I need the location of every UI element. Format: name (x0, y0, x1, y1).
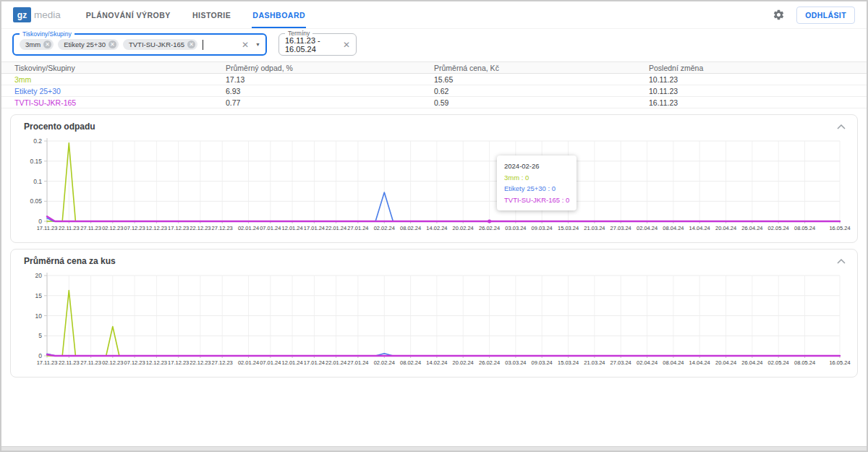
x-tick-label: 22.01.24 (326, 359, 346, 366)
x-tick-label: 02.05.24 (768, 359, 789, 366)
x-tick-label: 16.05.24 (829, 225, 850, 231)
waste-line-chart[interactable]: 00.050.10.150.217.11.2322.11.2327.11.230… (15, 134, 851, 241)
chip-label: 3mm (25, 40, 41, 48)
chip-label: Etikety 25+30 (64, 40, 106, 48)
chip-tvti-su-jkr-165[interactable]: TVTI-SU-JKR-165✕ (123, 39, 197, 50)
x-tick-label: 02.01.24 (238, 225, 259, 231)
dropdown-arrow-icon[interactable]: ▼ (255, 42, 260, 47)
x-tick-label: 07.01.24 (260, 225, 281, 231)
multiselect-controls: ✕ ▼ (242, 40, 260, 49)
x-tick-label: 21.03.24 (584, 359, 605, 366)
groups-field-label: Tiskoviny/Skupiny (20, 31, 75, 38)
series-line-3mm (47, 291, 840, 357)
x-tick-label: 02.05.24 (768, 225, 789, 231)
row-name[interactable]: TVTI-SU-JKR-165 (1, 98, 226, 107)
settings-gear-icon[interactable] (773, 9, 785, 21)
tab-dashboard[interactable]: DASHBOARD (252, 1, 306, 28)
main-tabs: PLÁNOVÁNÍ VÝROBYHISTORIEDASHBOARD (85, 1, 306, 28)
x-tick-label: 12.12.23 (146, 225, 167, 231)
chip-remove-icon[interactable]: ✕ (187, 40, 195, 48)
y-tick-label: 0.2 (33, 137, 42, 145)
y-tick-label: 10 (35, 312, 43, 320)
x-tick-label: 08.04.24 (663, 225, 684, 231)
x-tick-label: 20.04.24 (715, 225, 736, 231)
y-tick-label: 20 (35, 272, 43, 279)
x-tick-label: 16.05.24 (829, 359, 850, 366)
window-bottom-edge (1, 446, 867, 451)
x-tick-label: 22.01.24 (326, 225, 346, 231)
column-header-tiskoviny-skupiny: Tiskoviny/Skupiny (1, 64, 226, 72)
x-tick-label: 02.04.24 (637, 359, 658, 366)
x-tick-label: 14.02.24 (426, 225, 447, 231)
x-tick-label: 26.04.24 (741, 359, 762, 366)
logo: gz media (13, 7, 61, 22)
price-chart-title: Průměrná cena za kus (24, 256, 116, 266)
date-range-field[interactable]: Termíny 16.11.23 - 16.05.24 ✕ (278, 33, 357, 56)
waste-chart-title: Procento odpadu (24, 121, 95, 132)
x-tick-label: 03.03.24 (505, 225, 526, 231)
y-tick-label: 0 (38, 218, 42, 225)
chip-remove-icon[interactable]: ✕ (109, 40, 116, 48)
price-line-chart[interactable]: 0510152017.11.2322.11.2327.11.2302.12.23… (15, 268, 851, 375)
chip-label: TVTI-SU-JKR-165 (129, 40, 184, 48)
text-caret (203, 40, 203, 50)
chip-etikety-25-30[interactable]: Etikety 25+30✕ (58, 39, 119, 50)
column-header-pr-m-rn-cena-k: Průměrná cena, Kč (434, 64, 649, 72)
x-tick-label: 12.01.24 (281, 225, 302, 231)
row-price: 0.59 (434, 98, 649, 107)
dates-field-label: Termíny (285, 30, 312, 37)
hover-marker (488, 220, 491, 223)
x-tick-label: 15.03.24 (558, 359, 579, 366)
clear-selection-icon[interactable]: ✕ (242, 40, 249, 49)
x-tick-label: 20.02.24 (453, 225, 474, 231)
x-tick-label: 07.12.23 (124, 225, 145, 231)
collapse-chevron-icon[interactable] (837, 124, 846, 129)
x-tick-label: 26.04.24 (741, 225, 762, 231)
x-tick-label: 07.12.23 (124, 359, 145, 366)
table-row-tvti-su-jkr-165: TVTI-SU-JKR-1650.770.5916.11.23 (1, 97, 867, 108)
x-tick-label: 17.01.24 (304, 225, 325, 231)
row-waste: 6.93 (226, 87, 434, 95)
x-tick-label: 14.04.24 (689, 225, 710, 231)
y-tick-label: 5 (38, 332, 42, 339)
y-tick-label: 0 (38, 352, 42, 359)
x-tick-label: 07.01.24 (260, 359, 281, 366)
x-tick-label: 15.03.24 (558, 225, 579, 231)
x-tick-label: 08.05.24 (794, 359, 815, 366)
groups-multiselect[interactable]: Tiskoviny/Skupiny 3mm✕Etikety 25+30✕TVTI… (12, 33, 267, 56)
waste-panel-header: Procento odpadu (15, 119, 853, 134)
row-name[interactable]: Etikety 25+30 (1, 87, 226, 95)
column-header-pr-m-rn-odpad: Průměrný odpad, % (226, 64, 434, 72)
tab-historie[interactable]: HISTORIE (192, 1, 231, 28)
row-changed: 10.11.23 (649, 75, 867, 84)
filter-row: Tiskoviny/Skupiny 3mm✕Etikety 25+30✕TVTI… (12, 33, 867, 56)
x-tick-label: 20.04.24 (715, 359, 736, 366)
chip-remove-icon[interactable]: ✕ (43, 40, 51, 48)
topbar-right: ODHLÁSIT (773, 7, 855, 24)
collapse-chevron-icon[interactable] (837, 259, 846, 264)
price-chart-panel: Průměrná cena za kus 0510152017.11.2322.… (10, 249, 858, 378)
clear-dates-icon[interactable]: ✕ (343, 40, 350, 49)
logo-text: media (34, 9, 61, 20)
table-row-3mm: 3mm17.1315.6510.11.23 (1, 74, 867, 85)
x-tick-label: 26.02.24 (479, 359, 500, 366)
summary-table: Tiskoviny/SkupinyPrůměrný odpad, %Průměr… (1, 61, 867, 108)
series-line-tvti-su-jkr-165 (47, 216, 840, 221)
tab-pl-nov-n-v-roby[interactable]: PLÁNOVÁNÍ VÝROBY (85, 1, 171, 28)
x-tick-label: 12.12.23 (146, 359, 167, 366)
x-tick-label: 27.01.24 (347, 225, 368, 231)
row-changed: 10.11.23 (649, 87, 867, 95)
x-tick-label: 02.02.24 (374, 225, 395, 231)
row-changed: 16.11.23 (649, 98, 867, 107)
series-line-3mm (47, 143, 840, 221)
table-row-etikety-25-30: Etikety 25+306.930.6210.11.23 (1, 85, 867, 97)
row-name[interactable]: 3mm (1, 75, 226, 84)
x-tick-label: 27.03.24 (610, 225, 631, 231)
y-tick-label: 0.05 (30, 197, 42, 205)
x-tick-label: 27.03.24 (610, 359, 631, 366)
table-header-row: Tiskoviny/SkupinyPrůměrný odpad, %Průměr… (1, 62, 867, 74)
x-tick-label: 02.12.23 (102, 359, 123, 366)
x-tick-label: 14.04.24 (689, 359, 710, 366)
chip-3mm[interactable]: 3mm✕ (20, 39, 54, 50)
logout-button[interactable]: ODHLÁSIT (796, 7, 855, 24)
